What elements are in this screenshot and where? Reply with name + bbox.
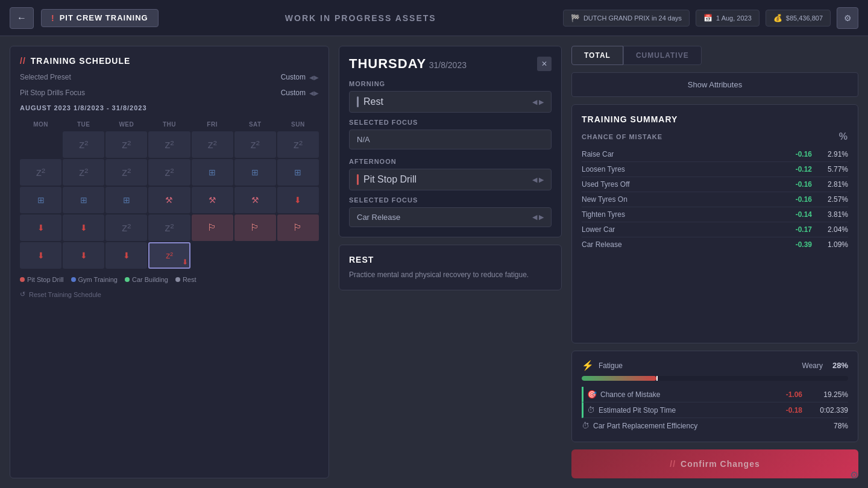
day-label-thu: THU	[148, 119, 190, 130]
calendar-grid: MON TUE WED THU FRI SAT SUN z² z² z² z² …	[20, 119, 319, 269]
cal-cell-w2-mon[interactable]: z²	[20, 159, 61, 186]
cal-cell-w3-wed[interactable]: ⊞	[105, 187, 147, 213]
calendar-week-4: ⬇ ⬇ z² z² 🏳 🏳 🏳	[20, 214, 319, 241]
summary-row-label-1: Loosen Tyres	[582, 165, 776, 174]
cal-cell-w1-sun[interactable]: z²	[277, 131, 319, 158]
summary-row-label-0: Raise Car	[582, 150, 776, 158]
day-label-tue: TUE	[63, 119, 104, 130]
legend-label-gym: Gym Training	[78, 276, 118, 283]
morning-focus-value: N/A	[357, 135, 370, 144]
cal-cell-w2-wed[interactable]: z²	[105, 159, 147, 186]
cal-cell-w1-thu[interactable]: z²	[148, 131, 190, 158]
summary-row-delta-5: -0.17	[776, 225, 812, 234]
cal-cell-w4-sun[interactable]: 🏳	[277, 214, 319, 241]
cal-cell-w3-tue[interactable]: ⊞	[63, 187, 104, 213]
main-content: // TRAINING SCHEDULE Selected Preset Cus…	[0, 36, 868, 488]
confirm-icon: //	[670, 459, 676, 469]
cal-cell-w4-thu[interactable]: z²	[148, 214, 190, 241]
cal-cell-w2-tue[interactable]: z²	[63, 159, 104, 186]
cal-cell-w3-sun[interactable]: ⬇	[277, 187, 319, 213]
cal-cell-w2-sat[interactable]: ⊞	[234, 159, 276, 186]
cal-cell-w4-sat[interactable]: 🏳	[234, 214, 276, 241]
preset-row: Selected Preset Custom ◀▶	[20, 73, 319, 81]
legend-dot-gym	[71, 277, 76, 282]
date-text: 1 Aug, 2023	[716, 14, 752, 22]
cal-cell-w4-fri[interactable]: 🏳	[192, 214, 233, 241]
reset-button[interactable]: ↺ Reset Training Schedule	[20, 290, 319, 298]
summary-row-delta-6: -0.39	[776, 240, 812, 249]
page-title-container: ! PIT CREW TRAINING	[41, 9, 159, 27]
cal-cell-w1-fri[interactable]: z²	[192, 131, 233, 158]
cal-cell-w4-mon[interactable]: ⬇	[20, 214, 61, 241]
cal-cell-w3-fri[interactable]: ⚒	[192, 187, 233, 213]
afternoon-activity-left: Pit Stop Drill	[357, 174, 417, 185]
preset-value-container[interactable]: Custom ◀▶	[281, 73, 319, 81]
cal-cell-w5-tue[interactable]: ⬇	[63, 242, 104, 269]
afternoon-label: AFTERNOON	[349, 158, 552, 165]
summary-subtitle-text: CHANCE OF MISTAKE	[582, 133, 662, 140]
cal-cell-w3-thu[interactable]: ⚒	[148, 187, 190, 213]
preset-arrows: ◀▶	[309, 74, 319, 81]
settings-button[interactable]: ⚙	[837, 7, 858, 29]
show-attributes-button[interactable]: Show Attributes	[571, 72, 858, 97]
focus-value: Custom	[281, 89, 306, 97]
calendar-header: MON TUE WED THU FRI SAT SUN	[20, 119, 319, 130]
summary-row-val-2: 2.81%	[812, 180, 848, 189]
afternoon-focus-selector[interactable]: Car Release ◀ ▶	[349, 207, 552, 227]
fatigue-row: ⚡ Fatigue Weary 28%	[582, 360, 848, 371]
legend-pit: Pit Stop Drill	[20, 276, 64, 283]
cal-cell-empty4	[277, 242, 319, 269]
day-panel: THURSDAY 31/8/2023 ✕ MORNING Rest ◀ ▶ SE…	[339, 46, 562, 478]
summary-row-delta-4: -0.14	[776, 210, 812, 219]
right-panel: TOTAL CUMULATIVE Show Attributes TRAININ…	[571, 46, 858, 478]
metric-mistake-icon: 🎯	[587, 390, 597, 399]
fatigue-marker	[656, 376, 658, 381]
afternoon-focus-label: SELECTED FOCUS	[349, 196, 552, 204]
confirm-button[interactable]: // Confirm Changes	[571, 449, 858, 478]
cal-cell-w1-wed[interactable]: z²	[105, 131, 147, 158]
summary-card: TRAINING SUMMARY CHANCE OF MISTAKE % Rai…	[571, 104, 858, 343]
cal-cell-w2-thu[interactable]: z²	[148, 159, 190, 186]
metric-pittime-icon: ⏱	[587, 405, 595, 414]
cal-cell-w2-fri[interactable]: ⊞	[192, 159, 233, 186]
fatigue-bar-fill	[582, 376, 656, 381]
cal-cell-w5-mon[interactable]: ⬇	[20, 242, 61, 269]
afternoon-activity-selector[interactable]: Pit Stop Drill ◀ ▶	[349, 169, 552, 190]
afternoon-activity-arrows[interactable]: ◀ ▶	[532, 176, 544, 184]
focus-value-container[interactable]: Custom ◀▶	[281, 89, 319, 97]
budget-pill: 💰 $85,436,807	[766, 10, 831, 27]
calendar-week-3: ⊞ ⊞ ⊞ ⚒ ⚒ ⚒ ⬇	[20, 187, 319, 213]
cal-cell-w5-thu-selected[interactable]: z² ⬇	[148, 242, 190, 269]
morning-activity-selector[interactable]: Rest ◀ ▶	[349, 91, 552, 113]
preset-label: Selected Preset	[20, 73, 71, 81]
morning-activity-arrows[interactable]: ◀ ▶	[532, 98, 544, 106]
cal-cell-w3-sat[interactable]: ⚒	[234, 187, 276, 213]
day-detail-card: THURSDAY 31/8/2023 ✕ MORNING Rest ◀ ▶ SE…	[339, 46, 562, 237]
summary-row-delta-0: -0.16	[776, 150, 812, 158]
cal-cell-w4-tue[interactable]: ⬇	[63, 214, 104, 241]
calendar-week-5: ⬇ ⬇ ⬇ z² ⬇	[20, 242, 319, 269]
tab-total[interactable]: TOTAL	[571, 46, 623, 65]
focus-arrows: ◀▶	[309, 90, 319, 96]
metric-pittime-value: 0:02.339	[806, 406, 848, 414]
training-panel-header: // TRAINING SCHEDULE	[20, 56, 319, 66]
tab-cumulative[interactable]: CUMULATIVE	[623, 46, 702, 65]
legend-gym: Gym Training	[71, 276, 118, 283]
morning-focus-selector[interactable]: N/A	[349, 130, 552, 149]
cal-cell-w4-wed[interactable]: z²	[105, 214, 147, 241]
metric-row-mistake: 🎯 Chance of Mistake -1.06 19.25%	[582, 387, 848, 402]
cal-cell-w1-tue[interactable]: z²	[63, 131, 104, 158]
summary-row-label-5: Lower Car	[582, 225, 776, 234]
cal-cell-w2-sun[interactable]: ⊞	[277, 159, 319, 186]
cal-cell-w3-mon[interactable]: ⊞	[20, 187, 61, 213]
cal-cell-w1-sat[interactable]: z²	[234, 131, 276, 158]
page-title-text: PIT CREW TRAINING	[60, 13, 148, 22]
bottom-gear-icon[interactable]: ⚙	[850, 469, 858, 481]
back-button[interactable]: ←	[10, 7, 34, 29]
afternoon-focus-arrows[interactable]: ◀ ▶	[532, 213, 544, 221]
afternoon-activity-bar	[357, 174, 359, 185]
cal-cell-w5-wed[interactable]: ⬇	[105, 242, 147, 269]
close-button[interactable]: ✕	[537, 57, 552, 71]
training-panel: // TRAINING SCHEDULE Selected Preset Cus…	[10, 46, 329, 478]
day-label-fri: FRI	[192, 119, 233, 130]
